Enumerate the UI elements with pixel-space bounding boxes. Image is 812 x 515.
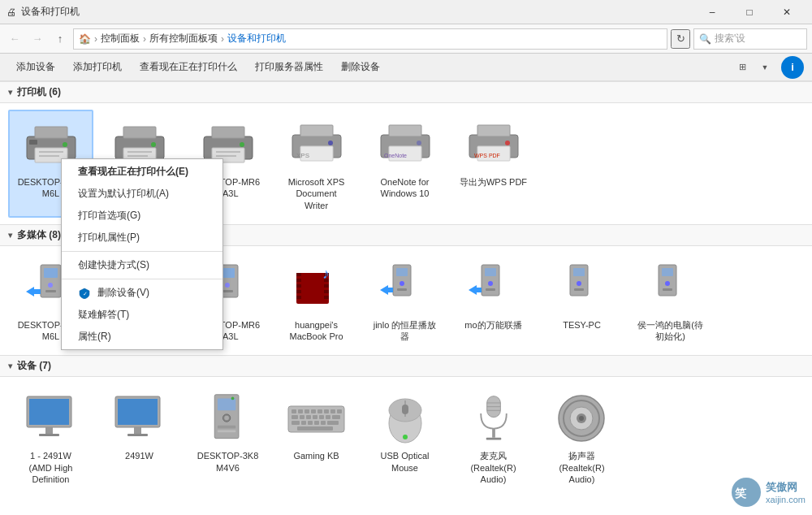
refresh-button[interactable]: ↻ (671, 29, 690, 49)
media-player-icon: ♪ (284, 259, 349, 316)
keyboard-icon (284, 390, 349, 447)
wps-printer-icon: WPS PDF (461, 116, 526, 173)
mouse-icon (373, 390, 438, 447)
ctx-delete-device[interactable]: ✓ 删除设备(V) (62, 282, 222, 304)
view-icons-button[interactable]: ⊞ (732, 58, 752, 77)
breadcrumb-control-panel[interactable]: 控制面板 (101, 32, 140, 45)
device-item-2[interactable]: 2491W (97, 383, 182, 491)
wps-printer-svg: WPS PDF (465, 120, 522, 169)
breadcrumb-all-items[interactable]: 所有控制面板项 (149, 32, 218, 45)
devices-section-header[interactable]: ▾ 设备 (7) (0, 355, 812, 377)
svg-rect-59 (324, 296, 329, 299)
minimize-button[interactable]: – (693, 0, 731, 24)
svg-rect-80 (29, 399, 69, 425)
multimedia-item-8[interactable]: 侯一鸿的电脑(待初始化) (628, 253, 713, 349)
ctx-create-shortcut[interactable]: 创建快捷方式(S) (62, 254, 222, 276)
print-server-properties-button[interactable]: 打印服务器属性 (247, 56, 331, 79)
svg-rect-106 (313, 415, 317, 419)
xps-printer-svg: XPS (288, 120, 345, 169)
add-printer-label: 添加打印机 (73, 60, 122, 74)
svg-rect-107 (319, 415, 324, 419)
user-avatar[interactable]: i (781, 56, 804, 79)
svg-point-18 (240, 142, 244, 147)
device-item-5[interactable]: USB OpticalMouse (362, 383, 447, 491)
svg-marker-38 (26, 287, 41, 296)
svg-point-121 (403, 435, 408, 439)
ctx-print-prefs[interactable]: 打印首选项(G) (62, 205, 222, 227)
breadcrumb-current[interactable]: 设备和打印机 (227, 32, 286, 45)
toolbar: 添加设备 添加打印机 查看现在正在打印什么 打印服务器属性 删除设备 ⊞ ▼ i (0, 54, 812, 81)
printer-item-6[interactable]: WPS PDF 导出为WPS PDF (451, 110, 536, 218)
ctx-properties[interactable]: 属性(R) (62, 326, 222, 348)
view-dropdown-button[interactable]: ▼ (755, 58, 775, 77)
svg-rect-58 (324, 290, 329, 293)
watermark-subtext: xaijin.com (766, 495, 806, 504)
svg-rect-30 (477, 125, 510, 136)
device-item-1[interactable]: 1 - 2491W(AMD HighDefinition (8, 383, 93, 491)
svg-rect-85 (134, 427, 141, 434)
svg-rect-17 (216, 155, 236, 157)
up-button[interactable]: ↑ (50, 29, 70, 49)
svg-point-12 (151, 142, 156, 147)
ctx-troubleshoot[interactable]: 疑难解答(T) (62, 304, 222, 326)
svg-rect-111 (301, 421, 306, 425)
address-path[interactable]: 🏠 › 控制面板 › 所有控制面板项 › 设备和打印机 (73, 28, 667, 50)
svg-rect-101 (330, 409, 335, 413)
xps-printer-icon: XPS (284, 116, 349, 173)
view-print-queue-button[interactable]: 查看现在正在打印什么 (132, 56, 245, 79)
svg-rect-64 (397, 288, 407, 291)
device-label-3: DESKTOP-3K8M4V6 (197, 450, 259, 474)
svg-point-77 (665, 281, 670, 286)
speaker-icon (550, 390, 615, 447)
device-item-7[interactable]: 扬声器(Realtek(R)Audio) (539, 383, 624, 491)
svg-rect-108 (326, 415, 330, 419)
svg-point-63 (400, 281, 404, 286)
svg-marker-65 (380, 285, 393, 295)
svg-rect-98 (311, 409, 316, 413)
svg-rect-81 (45, 427, 53, 434)
device-label-4: Gaming KB (293, 450, 339, 461)
add-device-label: 添加设备 (16, 60, 55, 74)
multimedia-item-6[interactable]: mo的万能联播 (451, 253, 536, 349)
forward-button[interactable]: → (28, 29, 47, 49)
multimedia-item-7[interactable]: TESY-PC (539, 253, 624, 349)
multimedia-item-5[interactable]: jinlo 的恒星播放器 (362, 253, 447, 349)
title-bar-left: 🖨 设备和打印机 (6, 5, 80, 19)
search-icon: 🔍 (699, 33, 711, 45)
device-item-6[interactable]: 麦克风(Realtek(R)Audio) (451, 383, 536, 491)
search-box[interactable]: 🔍 搜索'设 (693, 28, 807, 50)
ctx-view-print[interactable]: 查看现在正在打印什么(E) (62, 161, 222, 183)
stream-icon-1 (373, 259, 438, 316)
back-button[interactable]: ← (5, 29, 24, 49)
device-label-6: 麦克风(Realtek(R)Audio) (470, 450, 516, 485)
multimedia-item-4[interactable]: ♪ huangpei'sMacBook Pro (274, 253, 359, 349)
add-device-button[interactable]: 添加设备 (8, 56, 63, 79)
delete-device-button[interactable]: 删除设备 (333, 56, 388, 79)
add-printer-button[interactable]: 添加打印机 (65, 56, 130, 79)
device-item-4[interactable]: Gaming KB (274, 383, 359, 491)
printer-item-4[interactable]: XPS Microsoft XPSDocumentWriter (274, 110, 359, 218)
printers-chevron: ▾ (8, 88, 12, 97)
svg-rect-86 (127, 434, 148, 436)
printer-item-5[interactable]: OneNote OneNote forWindows 10 (362, 110, 447, 218)
svg-rect-116 (297, 426, 333, 431)
printers-section-header[interactable]: ▾ 打印机 (6) (0, 81, 812, 103)
svg-rect-72 (573, 268, 585, 276)
maximize-button[interactable]: □ (731, 0, 768, 24)
monitor-icon-2 (107, 390, 172, 447)
ctx-set-default[interactable]: 设置为默认打印机(A) (62, 183, 222, 205)
monitor-icon-1 (19, 390, 84, 447)
svg-point-5 (63, 142, 67, 147)
watermark-logo: 笑 (730, 476, 762, 509)
svg-rect-69 (486, 288, 495, 291)
svg-text:♪: ♪ (322, 266, 330, 282)
svg-rect-74 (574, 288, 584, 291)
svg-rect-84 (118, 399, 158, 425)
svg-text:笑: 笑 (734, 487, 747, 500)
svg-marker-70 (469, 285, 482, 295)
device-item-3[interactable]: DESKTOP-3K8M4V6 (185, 383, 270, 491)
watermark-text: 笑傲网 (766, 480, 806, 495)
close-button[interactable]: ✕ (768, 0, 806, 24)
svg-point-132 (579, 416, 584, 421)
ctx-printer-props[interactable]: 打印机属性(P) (62, 227, 222, 249)
